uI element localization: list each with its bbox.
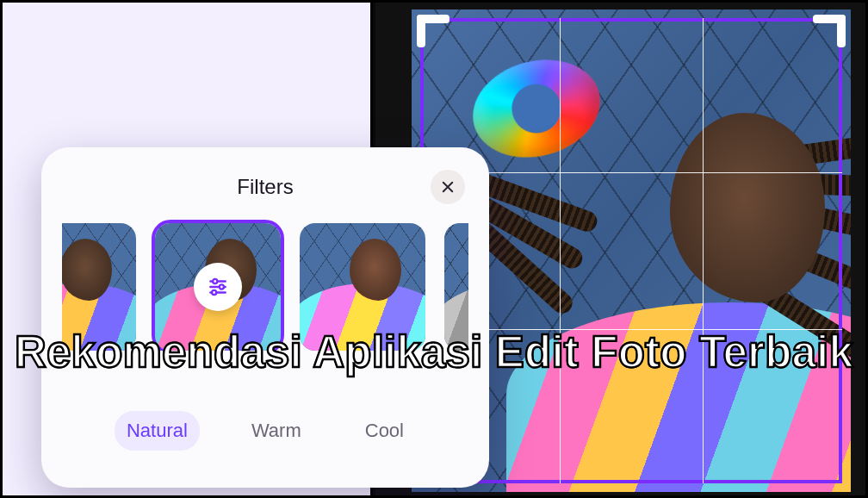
crop-handle-top-left[interactable] — [417, 15, 455, 53]
filter-thumbnail-selected[interactable] — [155, 223, 281, 351]
svg-point-3 — [213, 279, 217, 283]
close-icon — [440, 179, 456, 195]
tab-cool[interactable]: Cool — [353, 411, 416, 451]
filter-thumbnail[interactable] — [62, 223, 136, 351]
tab-warm[interactable]: Warm — [239, 411, 313, 451]
filter-category-tabs: Natural Warm Cool — [62, 411, 468, 451]
filter-thumbnails — [62, 220, 468, 351]
close-button[interactable] — [431, 170, 465, 204]
tab-natural[interactable]: Natural — [115, 411, 200, 451]
stage: Filters — [3, 3, 865, 495]
sliders-icon — [207, 276, 229, 298]
filter-thumbnail[interactable] — [444, 223, 468, 351]
adjust-badge[interactable] — [194, 263, 242, 311]
filters-panel: Filters — [41, 147, 489, 488]
grid-line — [560, 18, 561, 483]
svg-point-5 — [212, 290, 216, 295]
filter-thumbnail[interactable] — [300, 223, 425, 351]
crop-handle-top-right[interactable] — [808, 15, 846, 53]
grid-line — [703, 18, 704, 483]
svg-point-4 — [220, 284, 224, 289]
filters-title: Filters — [100, 175, 431, 199]
